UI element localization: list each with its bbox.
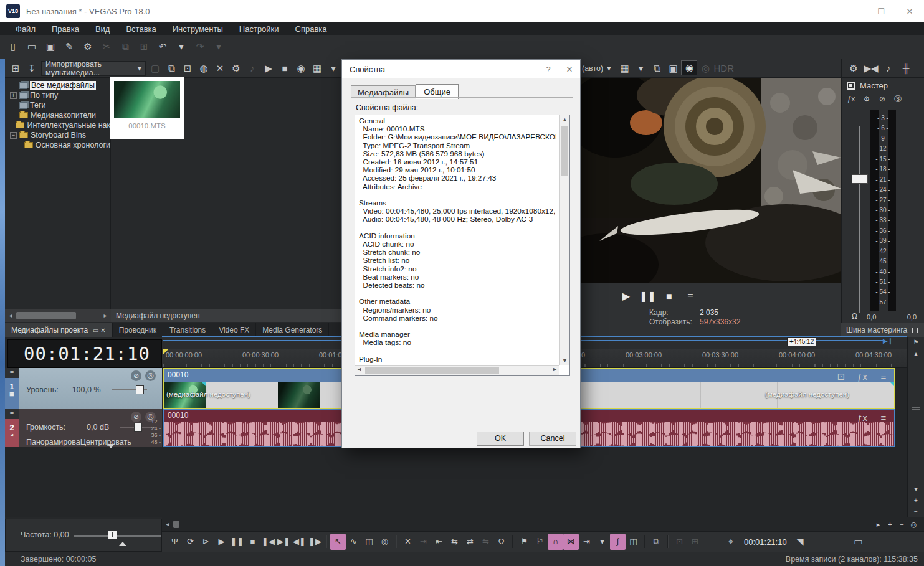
- render-as-icon[interactable]: ✎: [61, 39, 77, 55]
- save-project-icon[interactable]: ▣: [42, 39, 59, 55]
- selection-edit-tool-icon[interactable]: ◫: [361, 534, 377, 550]
- audio-track-header[interactable]: ≡ 2 ◂ ⊘Ⓢ Громкость: 0,0 dB ПанорамироваЦ…: [5, 409, 162, 447]
- menu-tools[interactable]: Инструменты: [164, 24, 231, 34]
- fade-handle[interactable]: [201, 382, 206, 386]
- dock-tab[interactable]: Media Generators: [256, 323, 329, 337]
- group-icon[interactable]: ⧉: [649, 534, 664, 550]
- tree-item[interactable]: Медианакопители: [5, 110, 110, 120]
- redo-icon[interactable]: ↷: [192, 39, 208, 55]
- menu-edit[interactable]: Правка: [44, 24, 87, 34]
- media-properties-icon[interactable]: ⚙: [228, 60, 244, 77]
- close-icon[interactable]: ✕: [559, 65, 580, 74]
- expander-icon[interactable]: +: [10, 92, 17, 99]
- zoom-in-track-icon[interactable]: +: [908, 495, 924, 506]
- maximize-button[interactable]: ☐: [867, 0, 895, 22]
- close-button[interactable]: ✕: [895, 0, 924, 22]
- zoom-in-time-icon[interactable]: +: [884, 519, 896, 531]
- remove-media-icon[interactable]: ✕: [212, 60, 228, 77]
- scroll-thumb[interactable]: [16, 312, 76, 319]
- slip-icon[interactable]: ⇆: [447, 534, 462, 550]
- slide-icon[interactable]: ⇄: [462, 534, 478, 550]
- dialog-vscrollbar[interactable]: ▲ ▼: [559, 115, 569, 365]
- scroll-right-icon[interactable]: ▸: [872, 519, 884, 531]
- open-project-icon[interactable]: ▭: [24, 39, 40, 55]
- scroll-right-icon[interactable]: ▸: [100, 310, 111, 321]
- grid-arrow-icon[interactable]: ▾: [632, 60, 649, 77]
- tree-item[interactable]: Интеллектуальные нак: [5, 120, 110, 130]
- preview-quality-icon[interactable]: ◉: [681, 60, 697, 75]
- delete-icon[interactable]: ✕: [400, 534, 416, 550]
- rate-slider-track[interactable]: [74, 535, 161, 537]
- get-media-web-icon[interactable]: ◍: [196, 60, 212, 77]
- ok-button[interactable]: OK: [477, 432, 524, 446]
- tree-item[interactable]: Все медиафайлы: [5, 80, 110, 90]
- cut-icon[interactable]: ✂: [98, 39, 115, 55]
- track-menu-icon[interactable]: ≡: [5, 368, 19, 378]
- playback-rate-control[interactable]: Частота: 0,00: [5, 519, 162, 552]
- master-settings-icon[interactable]: ⚙: [845, 60, 862, 77]
- auto-ripple-arrow-icon[interactable]: ▾: [594, 534, 610, 550]
- prev-frame-icon[interactable]: ◀❚: [292, 534, 307, 550]
- tab-media[interactable]: Медиафайлы: [351, 85, 416, 98]
- stop-icon[interactable]: ■: [245, 534, 260, 550]
- auto-preview-icon[interactable]: ◉: [293, 60, 309, 77]
- auto-crossfade-icon[interactable]: ⋈: [563, 534, 579, 550]
- record-icon[interactable]: Ψ: [167, 534, 183, 550]
- audio-track-strip[interactable]: ≡ 2 ◂: [5, 409, 19, 447]
- paste-icon[interactable]: ⊞: [136, 39, 152, 55]
- level-slider-handle[interactable]: [136, 385, 144, 394]
- dialog-title-bar[interactable]: Свойства ? ✕: [342, 60, 580, 78]
- start-preview-icon[interactable]: ▶: [260, 60, 277, 77]
- tree-item[interactable]: +По типу: [5, 90, 110, 100]
- import-media-button[interactable]: Импортировать мультимедиа... ▾: [41, 61, 146, 76]
- insert-region-icon[interactable]: ⚐: [532, 534, 548, 550]
- trim-end-icon[interactable]: ⇤: [431, 534, 447, 550]
- envelope-tool-icon[interactable]: ∿: [346, 534, 361, 550]
- audio-device-icon[interactable]: ♪: [880, 60, 897, 77]
- scroll-down-icon[interactable]: ▼: [560, 357, 570, 364]
- scroll-thumb[interactable]: [561, 126, 568, 176]
- menu-file[interactable]: Файл: [7, 24, 44, 34]
- master-solo-icon[interactable]: Ⓢ: [891, 93, 905, 105]
- pin-icon[interactable]: ⌖: [723, 534, 739, 550]
- level-slider[interactable]: [112, 389, 147, 390]
- insert-marker-icon[interactable]: ⚑: [517, 534, 532, 550]
- redo-arrow-icon[interactable]: ▾: [211, 39, 227, 55]
- scroll-left-icon[interactable]: ◂: [5, 310, 16, 321]
- video-track-header[interactable]: ≡ 1 ▦ ⊘Ⓢ Уровень: 100,0 %: [5, 368, 162, 409]
- cancel-button[interactable]: Cancel: [529, 432, 576, 446]
- dock-tab[interactable]: Медиафайлы проекта▭ ✕: [5, 323, 113, 337]
- bus-window-icon[interactable]: [912, 328, 918, 333]
- new-project-icon[interactable]: ▯: [5, 39, 21, 55]
- hdr-icon[interactable]: HDR: [713, 60, 734, 77]
- preview-pause-icon[interactable]: ❚❚: [639, 288, 656, 304]
- dock-tab[interactable]: Проводник: [113, 323, 163, 337]
- media-bins-icon[interactable]: ⊞: [7, 60, 24, 77]
- go-to-end-icon[interactable]: ▶❚: [276, 534, 292, 550]
- master-bus-tab[interactable]: Шина мастеринга: [841, 323, 924, 337]
- track-solo-icon[interactable]: Ⓢ: [145, 370, 156, 381]
- stop-preview-icon[interactable]: ■: [277, 60, 293, 77]
- next-frame-icon[interactable]: ❚▶: [307, 534, 323, 550]
- track-mute-icon[interactable]: ⊘: [131, 412, 141, 422]
- scroll-left-icon[interactable]: ◂: [162, 519, 173, 530]
- timecode-display[interactable]: 00:01:21:10: [7, 339, 162, 368]
- mixer-icon[interactable]: ╫: [898, 60, 914, 77]
- tab-controls-icon[interactable]: ▭ ✕: [93, 327, 106, 334]
- scroll-thumb[interactable]: [173, 521, 179, 528]
- scroll-down-icon[interactable]: ▾: [908, 484, 924, 495]
- rate-slider-handle[interactable]: [108, 531, 117, 539]
- lock-event-icon[interactable]: Ω: [493, 534, 509, 550]
- media-tree-hscrollbar[interactable]: ◂ ▸: [5, 309, 111, 322]
- preview-stop-icon[interactable]: ■: [661, 288, 677, 304]
- zoom-out-time-icon[interactable]: −: [896, 519, 908, 531]
- auto-ripple-icon[interactable]: ⇥: [579, 534, 594, 550]
- expander-icon[interactable]: −: [10, 132, 17, 139]
- master-fx-icon[interactable]: ƒx: [844, 93, 858, 105]
- ignore-grouping-icon[interactable]: ◫: [626, 534, 641, 550]
- file-properties-box[interactable]: General Name: 00010.MTS Folder: G:\Мои в…: [355, 115, 570, 376]
- help-icon[interactable]: ?: [538, 65, 559, 74]
- loop-playback-icon[interactable]: ⟳: [183, 534, 198, 550]
- project-properties-icon[interactable]: ⚙: [80, 39, 96, 55]
- dock-tab[interactable]: Transitions: [163, 323, 212, 337]
